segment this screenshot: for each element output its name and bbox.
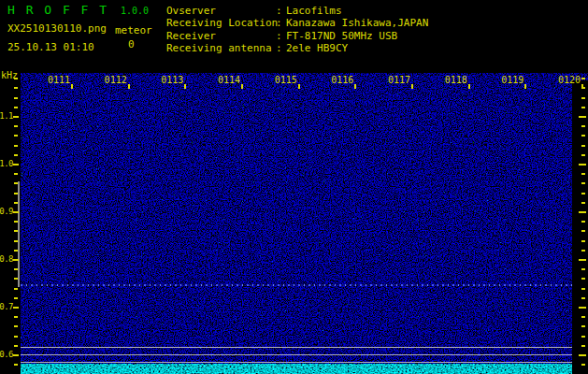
freq-tick-right — [581, 193, 585, 194]
time-tick — [411, 84, 413, 89]
freq-tick-left — [14, 154, 18, 156]
station-info-row: Receiving Location:Kanazawa Ishikawa,JAP… — [166, 17, 428, 29]
app-title: H R O F F T — [7, 3, 108, 17]
info-label: Receiving antenna — [166, 42, 276, 54]
freq-tick-left — [14, 193, 18, 194]
freq-tick-left — [14, 135, 18, 137]
info-value: Kanazawa Ishikawa,JAPAN — [286, 17, 428, 29]
freq-tick-label: 1.0 — [0, 159, 13, 168]
freq-tick-right — [581, 135, 585, 137]
time-tick — [524, 84, 526, 89]
freq-tick-left — [14, 78, 18, 79]
freq-tick-right — [579, 354, 586, 356]
freq-tick-right — [581, 145, 585, 147]
time-tick-label: 0118 — [442, 75, 470, 85]
freq-tick-label: 0.6 — [0, 350, 13, 359]
level-reference-line — [21, 347, 572, 348]
freq-tick-right — [581, 125, 585, 127]
meteor-count-label: meteor — [115, 24, 152, 36]
time-tick — [298, 84, 300, 89]
freq-tick-left — [14, 250, 18, 252]
time-tick-label: 0112 — [102, 75, 130, 85]
freq-tick-left — [14, 97, 18, 99]
freq-tick-left — [14, 345, 18, 347]
time-tick — [128, 84, 130, 89]
freq-tick-left — [14, 336, 18, 338]
freq-tick-right — [581, 364, 585, 366]
info-separator: : — [276, 42, 286, 54]
time-tick-label: 0111 — [45, 75, 73, 85]
freq-tick-right — [581, 202, 585, 204]
time-tick-label: 0115 — [272, 75, 300, 85]
info-separator: : — [276, 17, 286, 29]
time-tick — [468, 84, 470, 89]
info-value: Lacofilms — [286, 5, 342, 17]
freq-tick-right — [581, 297, 585, 299]
freq-tick-left — [14, 325, 18, 327]
station-info-row: Receiving antenna:2ele HB9CY — [166, 42, 428, 54]
freq-tick-left — [14, 316, 18, 318]
freq-tick-right — [579, 116, 586, 118]
freq-tick-right — [581, 325, 585, 327]
carrier-signal-line — [21, 284, 572, 286]
info-value: 2ele HB9CY — [286, 42, 348, 54]
level-reference-line — [21, 362, 572, 363]
station-info: Ovserver:Lacofilms Receiving Location:Ka… — [166, 5, 428, 54]
info-separator: : — [276, 5, 286, 17]
freq-tick-right — [581, 230, 585, 232]
freq-tick-left — [14, 202, 18, 204]
spectrogram — [21, 73, 588, 374]
info-value: FT-817ND 50MHz USB — [286, 30, 397, 42]
freq-tick-right — [581, 240, 585, 242]
freq-tick-left — [14, 288, 18, 290]
spectrogram-noise — [21, 73, 572, 365]
freq-tick-label: 0.9 — [0, 207, 13, 216]
time-tick-label: 0119 — [498, 75, 526, 85]
freq-tick-label: 1.1 — [0, 111, 13, 121]
freq-tick-right — [581, 250, 585, 252]
info-label: Ovserver — [166, 5, 276, 17]
freq-tick-left — [14, 268, 18, 270]
freq-tick-right — [579, 307, 586, 309]
freq-tick-left — [13, 211, 19, 213]
freq-tick-left — [14, 173, 18, 175]
frequency-window-marker — [18, 181, 20, 287]
freq-tick-left — [14, 87, 18, 89]
freq-tick-left — [14, 125, 18, 127]
time-tick-label: 0120 — [555, 75, 583, 85]
freq-tick-right — [581, 221, 585, 223]
freq-tick-right — [581, 268, 585, 270]
freq-tick-label: 0.7 — [0, 302, 13, 311]
time-tick-label: 0113 — [158, 75, 186, 85]
freq-tick-left — [14, 182, 18, 184]
freq-tick-right — [581, 182, 585, 184]
freq-tick-right — [581, 278, 585, 280]
freq-tick-right — [581, 288, 585, 290]
time-tick-label: 0116 — [328, 75, 356, 85]
freq-tick-label: 0.8 — [0, 254, 13, 264]
freq-tick-left — [13, 116, 19, 118]
time-tick-label: 0114 — [215, 75, 243, 85]
freq-tick-left — [14, 107, 18, 108]
freq-tick-right — [581, 107, 585, 108]
freq-tick-right — [579, 164, 586, 165]
hrofft-output: H R O F F T 1.0.0 XX2510130110.png meteo… — [0, 0, 588, 374]
observation-datetime: 25.10.13 01:10 — [7, 41, 94, 53]
freq-tick-left — [13, 307, 19, 309]
freq-tick-right — [581, 336, 585, 338]
freq-tick-left — [13, 354, 19, 356]
station-info-row: Receiver:FT-817ND 50MHz USB — [166, 30, 428, 42]
time-tick — [71, 84, 73, 89]
freq-tick-right — [579, 259, 586, 261]
time-tick-label: 0117 — [385, 75, 413, 85]
meteor-count-value: 0 — [128, 38, 135, 50]
time-tick — [184, 84, 186, 89]
time-tick — [241, 84, 243, 89]
level-reference-line — [21, 354, 572, 355]
freq-tick-left — [13, 259, 19, 261]
freq-tick-left — [14, 230, 18, 232]
station-info-row: Ovserver:Lacofilms — [166, 5, 428, 17]
time-tick — [581, 84, 583, 89]
freq-tick-right — [579, 211, 586, 213]
freq-tick-left — [14, 221, 18, 223]
